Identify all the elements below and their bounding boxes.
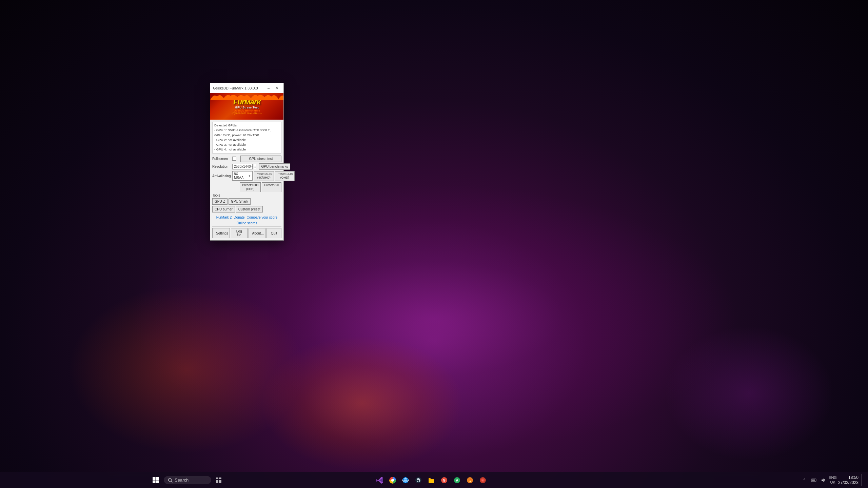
tools-row: GPU-Z GPU Shark xyxy=(212,198,281,205)
clock-area[interactable]: 18:50 27/02/2023 xyxy=(838,475,859,485)
file-explorer-app-icon xyxy=(428,477,435,484)
tray-chevron[interactable]: ^ xyxy=(800,476,808,484)
preset-row-2: Preset:1080(FHD) Preset:720 xyxy=(212,182,281,192)
app8-icon xyxy=(479,477,486,484)
aa-label: Anti-aliasing xyxy=(212,174,231,178)
gpu2-info: - GPU 2: not available xyxy=(214,138,279,142)
window-content: Detected GPUs: - GPU 1: NVIDIA GeForce R… xyxy=(210,120,283,240)
svg-rect-24 xyxy=(811,479,816,482)
app-icon-7[interactable]: 🔥 xyxy=(464,474,476,486)
taskbar-center: G A 🔥 xyxy=(374,474,489,486)
resolution-x-button[interactable]: x xyxy=(254,164,256,169)
svg-text:G: G xyxy=(443,479,446,482)
file-explorer-icon[interactable] xyxy=(425,474,437,486)
gpuz-button[interactable]: GPU-Z xyxy=(212,198,228,205)
svg-rect-8 xyxy=(216,480,218,483)
preset-2160-button[interactable]: Preset:2160(4K/UHD) xyxy=(254,171,274,181)
log-file-button[interactable]: Log file xyxy=(231,228,248,238)
chrome-icon[interactable] xyxy=(387,474,399,486)
steam-icon[interactable] xyxy=(412,474,425,486)
desktop xyxy=(0,0,868,488)
lang-text: ENG xyxy=(829,475,837,480)
task-view-button[interactable] xyxy=(213,474,225,486)
app-icon-8[interactable] xyxy=(477,474,489,486)
task-view-icon xyxy=(216,477,222,483)
vscode-icon[interactable] xyxy=(374,474,386,486)
app-icon-6[interactable]: A xyxy=(451,474,463,486)
banner-flames xyxy=(210,93,283,100)
browser-app-icon xyxy=(402,477,409,484)
svg-text:🔥: 🔥 xyxy=(468,479,472,483)
volume-tray-icon xyxy=(821,477,826,483)
search-text: Search xyxy=(175,477,189,483)
browser-icon-2[interactable] xyxy=(399,474,412,486)
chrome-app-icon xyxy=(389,477,396,484)
donate-link[interactable]: Donate xyxy=(234,216,244,219)
vscode-app-icon xyxy=(376,476,383,484)
resolution-dropdown-arrow: ▼ xyxy=(251,165,254,168)
volume-icon[interactable] xyxy=(819,476,827,484)
minimize-button[interactable]: – xyxy=(264,84,273,92)
resolution-label: Resolution xyxy=(212,165,231,168)
gpu-stress-test-button[interactable]: GPU stress test xyxy=(240,156,281,162)
show-desktop-button[interactable] xyxy=(861,474,863,486)
preset-720-button[interactable]: Preset:720 xyxy=(262,182,281,192)
preset-1080-button[interactable]: Preset:1080(FHD) xyxy=(240,182,261,192)
svg-rect-3 xyxy=(156,480,159,483)
banner-subtitle1: GPU Stress Test xyxy=(235,106,259,109)
divider-2 xyxy=(212,226,281,227)
close-button[interactable]: ✕ xyxy=(273,84,281,92)
svg-point-23 xyxy=(482,480,484,481)
links-row: FurMark 2 Donate Compare your score Onli… xyxy=(212,216,281,225)
language-indicator[interactable]: ENG UK xyxy=(829,475,837,484)
svg-text:A: A xyxy=(456,479,458,482)
divider-1 xyxy=(212,214,281,214)
fullscreen-checkbox[interactable] xyxy=(232,157,236,161)
cpu-burner-button[interactable]: CPU burner xyxy=(212,206,235,212)
quit-button[interactable]: Quit xyxy=(267,228,281,238)
preset-1080-label: Preset:1080(FHD) xyxy=(242,183,259,191)
custom-preset-button[interactable]: Custom preset xyxy=(236,206,263,212)
start-button[interactable] xyxy=(149,473,162,487)
about-button[interactable]: About... xyxy=(249,228,265,238)
compare-score-link[interactable]: Compare your score xyxy=(247,216,278,219)
window-title: Geeks3D FurMark 1.33.0.0 xyxy=(213,86,264,90)
svg-point-13 xyxy=(415,477,421,483)
svg-rect-26 xyxy=(813,480,814,480)
preset-1440-label: Preset:1440(QHD) xyxy=(277,172,293,180)
furmark2-link[interactable]: FurMark 2 xyxy=(216,216,232,219)
app-icon-5[interactable]: G xyxy=(438,474,450,486)
clock-time: 18:50 xyxy=(848,475,859,480)
furmark-banner: FurMark GPU Stress Test OpenGL Benchmark… xyxy=(210,93,283,120)
svg-rect-2 xyxy=(153,480,156,483)
window-titlebar[interactable]: Geeks3D FurMark 1.33.0.0 – ✕ xyxy=(210,83,283,93)
aa-dropdown[interactable]: 8X MSAA ▼ xyxy=(232,171,253,181)
svg-rect-28 xyxy=(812,480,815,481)
clock-date: 27/02/2023 xyxy=(838,480,859,485)
fullscreen-row: Fullscreen GPU stress test xyxy=(212,156,281,162)
gpu-info-header: Detected GPUs: xyxy=(214,123,279,128)
keyboard-tray-icon xyxy=(811,477,816,483)
window-controls: – ✕ xyxy=(264,84,281,92)
keyboard-icon[interactable] xyxy=(810,476,818,484)
svg-line-5 xyxy=(171,481,173,482)
banner-subtitle3: (C)2007-2023 Geeks3D.com xyxy=(232,112,262,115)
preset-1440-button[interactable]: Preset:1440(QHD) xyxy=(275,171,295,181)
gpushark-button[interactable]: GPU Shark xyxy=(229,198,251,205)
aa-value: 8X MSAA xyxy=(234,172,248,180)
svg-rect-1 xyxy=(156,477,159,480)
windows-icon xyxy=(152,477,159,484)
resolution-row: Resolution 868x488 ▼ x GPU benchmarks xyxy=(212,163,281,170)
svg-rect-0 xyxy=(153,477,156,480)
gpu1-info: - GPU 1: NVIDIA GeForce RTX 3080 Ti, GPU… xyxy=(214,128,279,138)
app7-icon: 🔥 xyxy=(467,477,473,484)
settings-button[interactable]: Settings xyxy=(212,228,230,238)
online-scores-link[interactable]: Online scores xyxy=(236,221,257,225)
svg-rect-7 xyxy=(219,477,221,479)
banner-subtitle2: OpenGL Benchmark xyxy=(234,109,260,112)
search-bar[interactable]: Search xyxy=(164,476,211,484)
gpu-benchmarks-button[interactable]: GPU benchmarks xyxy=(259,163,291,170)
tools-label: Tools xyxy=(212,194,281,197)
resolution-dropdown[interactable]: 868x488 ▼ xyxy=(232,164,253,169)
gpu4-info: - GPU 4: not available xyxy=(214,147,279,152)
